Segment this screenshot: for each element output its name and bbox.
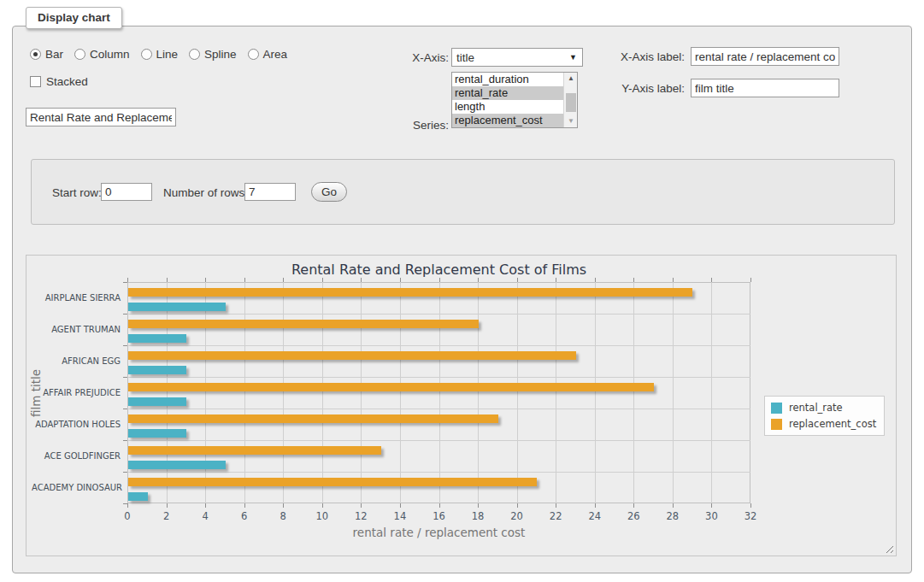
bar-rental_rate-agent-truman (128, 334, 186, 343)
bar-rental_rate-adaptation-holes (128, 429, 186, 438)
tick-mark-top (556, 278, 556, 282)
x-tick-label-6: 6 (232, 510, 257, 522)
bar-rental_rate-airplane-sierra (128, 303, 226, 311)
chart-container: Rental Rate and Replacement Cost of Film… (26, 255, 897, 556)
radio-icon[interactable] (248, 49, 259, 60)
tick-mark-bottom (361, 503, 362, 508)
gridline-x-22 (556, 282, 556, 503)
tick-mark-top (167, 278, 168, 282)
tick-mark-top (673, 278, 674, 282)
y-axis-label-input[interactable] (691, 79, 839, 97)
gridline-x-4 (205, 282, 206, 503)
chart-title-input[interactable] (26, 108, 176, 126)
bar-replacement_cost-agent-truman (128, 320, 479, 328)
series-option-length[interactable]: length (452, 100, 563, 114)
tick-mark-top (322, 278, 323, 282)
x-tick-label-0: 0 (115, 510, 140, 522)
legend-label: rental_rate (789, 402, 843, 414)
legend-item-rental_rate: rental_rate (771, 402, 876, 414)
bar-rental_rate-ace-goldfinger (128, 461, 226, 469)
tick-mark-top (750, 278, 751, 282)
row-controls-box: Start row: Number of rows: Go (31, 159, 895, 225)
gridline-x-16 (439, 282, 440, 503)
chart-type-radio-bar[interactable]: Bar (30, 48, 63, 61)
radio-icon[interactable] (30, 49, 41, 60)
gridline-x-12 (361, 282, 362, 503)
radio-label: Bar (45, 48, 63, 61)
x-tick-label-14: 14 (387, 510, 413, 522)
tick-mark-left (123, 314, 127, 315)
radio-icon[interactable] (189, 49, 200, 60)
number-of-rows-label: Number of rows: (163, 186, 248, 199)
gridline-x-24 (595, 282, 596, 503)
tick-mark-top (400, 278, 401, 282)
tick-mark-bottom (205, 503, 206, 508)
tick-mark-top (478, 278, 479, 282)
bar-rental_rate-academy-dinosaur (128, 492, 148, 501)
tick-mark-bottom (633, 503, 634, 508)
gridline-x-18 (478, 282, 479, 503)
scrollbar-thumb[interactable] (566, 93, 576, 112)
resize-handle-icon[interactable] (884, 544, 893, 553)
go-button[interactable]: Go (311, 182, 347, 202)
x-tick-label-24: 24 (582, 510, 608, 522)
category-label-ace-goldfinger: ACE GOLDFINGER (32, 451, 121, 461)
tick-mark-top (127, 278, 128, 282)
x-axis-label-input[interactable] (691, 47, 839, 66)
radio-label: Column (90, 48, 130, 61)
series-option-replacement_cost[interactable]: replacement_cost (452, 114, 563, 127)
tick-mark-top (711, 278, 712, 282)
gridline-x-20 (517, 282, 518, 503)
x-tick-label-20: 20 (504, 510, 530, 522)
series-options: rental_durationrental_ratelengthreplacem… (452, 73, 563, 127)
category-label-agent-truman: AGENT TRUMAN (32, 325, 121, 334)
x-tick-label-22: 22 (543, 510, 568, 522)
x-axis-select-label: X-Axis: (372, 51, 449, 64)
x-axis-select[interactable]: title ▼ (451, 48, 583, 67)
scroll-down-icon[interactable]: ▼ (564, 115, 578, 127)
tick-mark-bottom (322, 503, 323, 508)
tick-mark-bottom (283, 503, 284, 508)
series-listbox[interactable]: rental_durationrental_ratelengthreplacem… (451, 72, 578, 128)
chevron-down-icon: ▼ (569, 53, 577, 62)
series-option-rental_rate[interactable]: rental_rate (452, 86, 563, 100)
chart-type-radio-column[interactable]: Column (74, 48, 130, 61)
number-of-rows-input[interactable] (244, 183, 296, 201)
radio-icon[interactable] (141, 49, 152, 60)
tick-mark-top (517, 278, 518, 282)
chart-type-radio-spline[interactable]: Spline (189, 48, 237, 61)
radio-label: Spline (204, 48, 237, 61)
listbox-scrollbar[interactable]: ▲ ▼ (563, 73, 577, 127)
scroll-up-icon[interactable]: ▲ (564, 73, 578, 85)
chart-x-axis-label: rental rate / replacement cost (127, 526, 750, 539)
gridline-y-5 (127, 440, 750, 441)
radio-icon[interactable] (74, 49, 85, 60)
x-tick-label-28: 28 (660, 510, 686, 522)
legend-swatch-icon (771, 403, 782, 414)
radio-label: Area (263, 48, 288, 61)
x-tick-label-18: 18 (465, 510, 491, 522)
gridline-x-14 (400, 282, 401, 503)
chart-type-radio-line[interactable]: Line (141, 48, 179, 61)
category-label-african-egg: AFRICAN EGG (32, 356, 121, 366)
tick-mark-left (123, 409, 127, 409)
x-tick-label-12: 12 (348, 510, 374, 522)
tick-mark-top (361, 278, 362, 282)
series-option-rental_duration[interactable]: rental_duration (452, 73, 563, 86)
bar-rental_rate-affair-prejudice (128, 397, 186, 406)
bar-rental_rate-african-egg (128, 366, 186, 374)
tick-mark-top (244, 278, 245, 282)
tick-mark-bottom (127, 503, 128, 508)
chart-type-radio-group: BarColumnLineSplineArea (30, 48, 287, 61)
tick-mark-bottom (478, 503, 479, 508)
bar-replacement_cost-airplane-sierra (128, 288, 692, 297)
start-row-input[interactable] (101, 183, 152, 201)
x-tick-label-2: 2 (154, 510, 180, 522)
bar-replacement_cost-adaptation-holes (128, 414, 498, 423)
gridline-x-28 (673, 282, 674, 503)
category-label-academy-dinosaur: ACADEMY DINOSAUR (32, 483, 121, 492)
category-label-adaptation-holes: ADAPTATION HOLES (32, 420, 121, 429)
legend-swatch-icon (771, 419, 782, 430)
stacked-checkbox[interactable] (30, 76, 41, 87)
chart-type-radio-area[interactable]: Area (248, 48, 288, 61)
